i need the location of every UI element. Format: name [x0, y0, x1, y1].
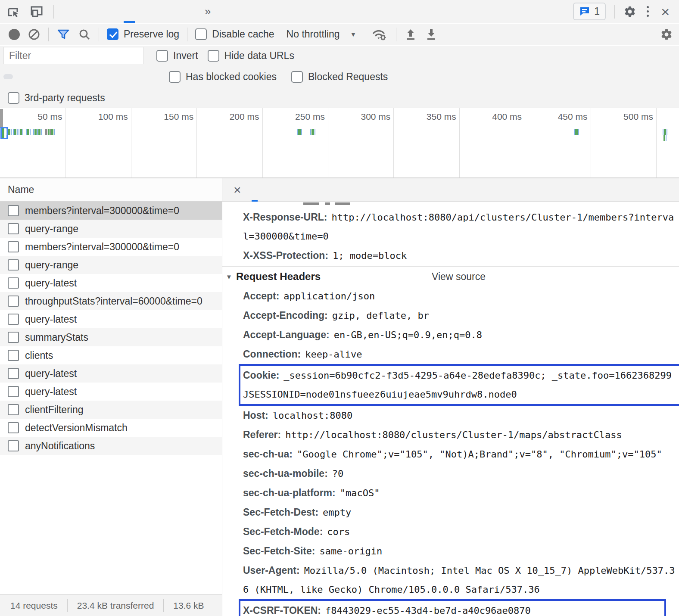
details-tab[interactable] [335, 178, 350, 202]
issues-button[interactable]: 1 [573, 3, 606, 20]
request-header-row: sec-ch-ua-mobile:?0 [243, 464, 679, 483]
request-row[interactable]: members?interval=300000&time=0 [0, 202, 222, 220]
header-name: sec-ch-ua-mobile: [243, 468, 328, 479]
blocked-requests-label[interactable]: Blocked Requests [308, 71, 388, 83]
request-row[interactable]: clients [0, 346, 222, 364]
filter-input[interactable] [3, 47, 143, 64]
panel-tab[interactable] [139, 0, 159, 23]
resource-type-filter[interactable] [68, 74, 78, 79]
request-checkbox[interactable] [8, 350, 19, 361]
resource-type-filter[interactable] [3, 74, 13, 79]
disable-cache-label[interactable]: Disable cache [212, 28, 274, 40]
request-checkbox[interactable] [8, 223, 19, 234]
inspect-element-icon[interactable] [6, 5, 20, 19]
device-toolbar-icon[interactable] [29, 5, 44, 19]
network-overview-timeline[interactable]: 50 ms 100 ms 150 ms 200 ms 250 ms 300 ms… [0, 108, 679, 178]
panel-tab[interactable] [60, 0, 80, 23]
request-row[interactable]: query-range [0, 256, 222, 274]
panel-tab[interactable] [100, 0, 119, 23]
toolbar-divider [187, 28, 187, 41]
panel-tab[interactable] [80, 0, 100, 23]
request-row[interactable]: query-latest [0, 383, 222, 401]
details-tab[interactable] [291, 178, 306, 202]
request-checkbox[interactable] [8, 241, 19, 252]
request-checkbox[interactable] [8, 314, 19, 325]
resource-type-filter[interactable] [120, 74, 129, 79]
search-icon[interactable] [78, 28, 91, 41]
waterfall-bar [666, 135, 667, 141]
view-source-link[interactable]: View source [432, 271, 486, 283]
disclosure-triangle-icon[interactable]: ▼ [226, 273, 236, 280]
settings-gear-icon[interactable] [623, 5, 636, 18]
waterfall-bar [50, 129, 51, 135]
request-header-row: User-Agent:Mozilla/5.0 (Macintosh; Intel… [243, 561, 679, 599]
filter-funnel-icon[interactable] [56, 28, 70, 41]
request-row[interactable]: anyNotifications [0, 437, 222, 455]
details-tab[interactable] [277, 178, 291, 202]
request-header-row: Accept-Encoding:gzip, deflate, br [243, 306, 679, 325]
panel-tab[interactable] [179, 0, 199, 23]
request-checkbox[interactable] [8, 404, 19, 415]
request-row[interactable]: query-latest [0, 274, 222, 292]
record-network-log-icon[interactable] [9, 29, 20, 40]
resource-type-filter[interactable] [94, 74, 103, 79]
request-checkbox[interactable] [8, 440, 19, 451]
invert-checkbox[interactable] [156, 50, 168, 62]
toolbar-divider [53, 5, 54, 19]
has-blocked-cookies-checkbox[interactable] [169, 71, 181, 83]
request-checkbox[interactable] [8, 259, 19, 271]
blocked-requests-checkbox[interactable] [291, 71, 303, 83]
request-checkbox[interactable] [8, 368, 19, 379]
resource-type-filter[interactable] [133, 74, 142, 79]
network-settings-gear-icon[interactable] [660, 28, 673, 41]
more-options-icon[interactable] [645, 4, 651, 19]
request-row[interactable]: query-latest [0, 364, 222, 383]
request-checkbox[interactable] [8, 332, 19, 343]
request-row[interactable]: members?interval=300000&time=0 [0, 238, 222, 256]
request-checkbox[interactable] [8, 296, 19, 307]
close-devtools-icon[interactable]: × [659, 4, 671, 19]
disable-cache-checkbox[interactable] [195, 28, 207, 40]
details-tab[interactable] [321, 178, 335, 202]
request-row[interactable]: summaryStats [0, 328, 222, 346]
has-blocked-cookies-label[interactable]: Has blocked cookies [186, 71, 277, 83]
request-checkbox[interactable] [8, 422, 19, 433]
resource-type-filter[interactable] [55, 74, 65, 79]
preserve-log-label[interactable]: Preserve log [124, 28, 179, 40]
throttling-dropdown[interactable]: No throttling ▼ [287, 28, 357, 40]
request-name: anyNotifications [25, 440, 95, 452]
hide-data-urls-checkbox[interactable] [208, 50, 219, 62]
name-column-header[interactable]: Name [0, 178, 222, 202]
details-tab[interactable] [247, 178, 262, 202]
request-row[interactable]: detectVersionMismatch [0, 419, 222, 437]
resource-type-filter[interactable] [16, 74, 26, 79]
resource-type-filter[interactable] [146, 74, 155, 79]
request-row[interactable]: query-range [0, 220, 222, 238]
resource-type-filter[interactable] [81, 74, 90, 79]
third-party-checkbox[interactable] [8, 92, 19, 104]
resource-type-filter[interactable] [42, 74, 52, 79]
clear-network-log-icon[interactable] [28, 28, 40, 41]
export-har-icon[interactable] [425, 28, 438, 41]
request-checkbox[interactable] [8, 277, 19, 289]
request-row[interactable]: query-latest [0, 310, 222, 328]
resource-type-filter[interactable] [29, 74, 39, 79]
invert-label[interactable]: Invert [173, 50, 198, 62]
panel-tab[interactable] [119, 0, 139, 23]
hide-data-urls-label[interactable]: Hide data URLs [224, 50, 294, 62]
request-checkbox[interactable] [8, 205, 19, 216]
request-row[interactable]: throughputStats?interval=60000&time=0 [0, 292, 222, 310]
preserve-log-checkbox[interactable] [107, 28, 118, 40]
third-party-label[interactable]: 3rd-party requests [25, 92, 105, 104]
panel-tab[interactable] [159, 0, 179, 23]
resource-type-filter[interactable] [107, 74, 116, 79]
close-details-icon[interactable]: × [227, 184, 247, 196]
more-tabs-icon[interactable]: » [199, 5, 217, 18]
waterfall-bar [574, 129, 575, 135]
network-conditions-icon[interactable] [371, 27, 388, 42]
details-tab[interactable] [262, 178, 277, 202]
request-row[interactable]: clientFiltering [0, 401, 222, 419]
import-har-icon[interactable] [404, 28, 417, 41]
request-checkbox[interactable] [8, 386, 19, 397]
details-tab[interactable] [306, 178, 321, 202]
